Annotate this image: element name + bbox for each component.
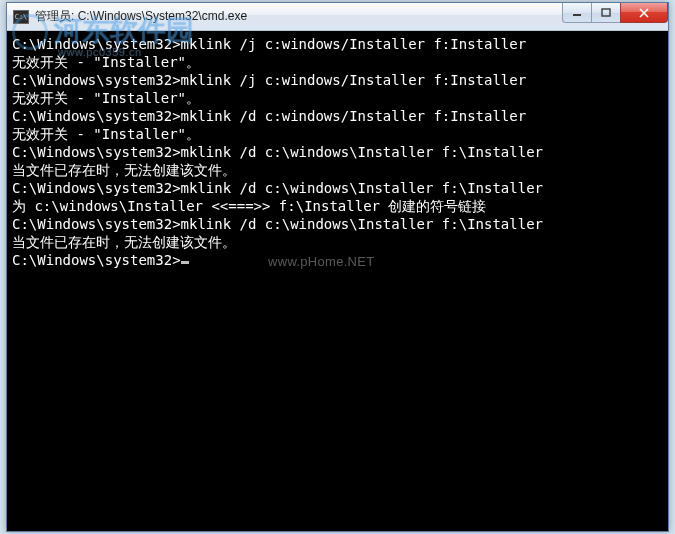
cmd-icon: C:\	[13, 10, 29, 24]
terminal-line: 当文件已存在时，无法创建该文件。	[12, 233, 663, 251]
terminal-line: 无效开关 - "Installer"。	[12, 89, 663, 107]
terminal-line: C:\Windows\system32>mklink /d c:\windows…	[12, 215, 663, 233]
svg-rect-0	[573, 14, 581, 16]
terminal-line: 为 c:\windows\Installer <<===>> f:\Instal…	[12, 197, 663, 215]
cursor	[181, 261, 189, 264]
titlebar[interactable]: C:\ 管理员: C:\Windows\System32\cmd.exe	[7, 3, 668, 31]
terminal-line: C:\Windows\system32>mklink /d c:windows/…	[12, 107, 663, 125]
terminal-line: 当文件已存在时，无法创建该文件。	[12, 161, 663, 179]
window-controls	[563, 3, 668, 23]
minimize-button[interactable]	[562, 3, 592, 23]
cmd-window: C:\ 管理员: C:\Windows\System32\cmd.exe C:\…	[6, 2, 669, 532]
minimize-icon	[572, 8, 582, 18]
terminal-output[interactable]: C:\Windows\system32>mklink /j c:windows/…	[8, 31, 667, 530]
terminal-line: C:\Windows\system32>mklink /d c:\windows…	[12, 143, 663, 161]
svg-rect-1	[602, 9, 610, 16]
terminal-line: 无效开关 - "Installer"。	[12, 53, 663, 71]
terminal-line: 无效开关 - "Installer"。	[12, 125, 663, 143]
close-button[interactable]	[620, 3, 668, 23]
terminal-line: C:\Windows\system32>	[12, 251, 663, 269]
terminal-line: C:\Windows\system32>mklink /j c:windows/…	[12, 71, 663, 89]
terminal-line: C:\Windows\system32>mklink /d c:\windows…	[12, 179, 663, 197]
terminal-line: C:\Windows\system32>mklink /j c:windows/…	[12, 35, 663, 53]
close-icon	[638, 8, 650, 18]
maximize-icon	[601, 8, 611, 18]
maximize-button[interactable]	[591, 3, 621, 23]
